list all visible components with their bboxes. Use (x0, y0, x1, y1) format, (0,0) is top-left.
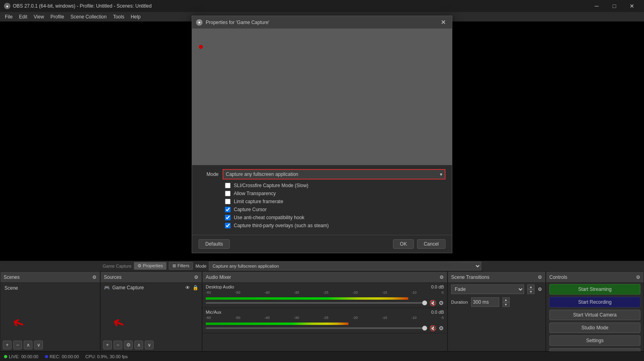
sources-up-button[interactable]: ∧ (134, 341, 143, 349)
sources-btn-row: + − ⚙ ∧ ∨ (101, 339, 202, 351)
transition-spin-up[interactable]: ▲ (527, 284, 535, 289)
desktop-audio-meter (206, 297, 444, 300)
scenes-settings-icon[interactable]: ⚙ (92, 274, 97, 280)
bottom-panels: Scenes ⚙ Scene ➜ + − ∧ (0, 271, 644, 351)
scenes-down-button[interactable]: ∨ (34, 341, 43, 349)
desktop-mute-icon[interactable]: 🔇 (429, 300, 436, 306)
sources-settings-icon[interactable]: ⚙ (194, 274, 198, 280)
start-recording-button[interactable]: Start Recording (549, 297, 640, 307)
dialog-close-button[interactable]: ✕ (438, 18, 448, 27)
defaults-button[interactable]: Defaults (198, 239, 230, 249)
sources-remove-button[interactable]: − (113, 341, 122, 349)
mic-aux-db: 0.0 dB (431, 310, 444, 315)
transitions-settings-icon[interactable]: ⚙ (538, 274, 542, 280)
mic-aux-fill (206, 323, 348, 325)
title-text: OBS 27.0.1 (64-bit, windows) - Profile: … (13, 3, 589, 9)
audio-settings-icon[interactable]: ⚙ (439, 274, 444, 280)
live-dot (4, 355, 7, 358)
scenes-btn-row: + − ∧ ∨ (0, 339, 100, 351)
eye-icon[interactable]: 👁 (185, 285, 190, 290)
audio-mixer-panel: Audio Mixer ⚙ Desktop Audio 0.0 dB -60-5… (202, 271, 448, 351)
duration-spin-down[interactable]: ▼ (502, 302, 510, 307)
sources-properties-button[interactable]: ⚙ (124, 341, 133, 349)
mode-select-toolbar[interactable]: Capture any fullscreen application (209, 262, 481, 270)
scenes-up-button[interactable]: ∧ (24, 341, 32, 349)
sources-title: Sources (104, 274, 122, 280)
transparency-label: Allow Transparency (234, 191, 276, 196)
properties-tab[interactable]: ⚙ Properties (134, 262, 166, 270)
scenes-remove-button[interactable]: − (13, 341, 22, 349)
capture-cursor-checkbox[interactable] (225, 207, 231, 212)
sources-panel-header: Sources ⚙ (101, 272, 202, 283)
menu-help[interactable]: Help (128, 13, 144, 21)
rec-time: 00:00:00 (62, 354, 79, 359)
controls-settings-icon[interactable]: ⚙ (636, 274, 640, 280)
app-icon: ● (4, 3, 10, 9)
desktop-audio-gear-icon[interactable]: ⚙ (439, 300, 444, 306)
desktop-audio-fill (206, 297, 408, 300)
mode-select[interactable]: Capture any fullscreen application (223, 169, 446, 179)
mic-aux-label: Mic/Aux (206, 310, 221, 315)
desktop-audio-db: 0.0 dB (431, 284, 444, 289)
live-label: LIVE: (9, 354, 20, 359)
ok-button[interactable]: OK (393, 239, 413, 249)
anticheat-checkbox-row: Use anti-cheat compatibility hook (198, 215, 446, 220)
limit-framerate-label: Limit capture framerate (234, 199, 283, 204)
transition-gear-icon[interactable]: ⚙ (538, 286, 542, 292)
sources-down-button[interactable]: ∨ (145, 341, 154, 349)
lock-icon[interactable]: 🔒 (192, 285, 198, 290)
close-button[interactable]: ✕ (624, 0, 640, 12)
transparency-checkbox-row: Allow Transparency (198, 191, 446, 196)
filters-tab[interactable]: ⊞ Filters (169, 262, 193, 270)
menu-tools[interactable]: Tools (110, 13, 128, 21)
scenes-add-button[interactable]: + (3, 341, 12, 349)
minimize-button[interactable]: ─ (589, 0, 605, 12)
maximize-button[interactable]: □ (606, 0, 622, 12)
transparency-checkbox[interactable] (225, 191, 231, 196)
rec-status: REC: 00:00:00 (45, 354, 79, 359)
sources-header-icons: ⚙ (194, 274, 198, 280)
desktop-audio-slider[interactable] (206, 302, 427, 304)
duration-input[interactable] (471, 297, 499, 307)
menu-view[interactable]: View (30, 13, 47, 21)
dialog-title: Properties for 'Game Capture' (206, 20, 438, 25)
sli-label: SLI/Crossfire Capture Mode (Slow) (234, 183, 308, 188)
sli-checkbox-row: SLI/Crossfire Capture Mode (Slow) (198, 183, 446, 188)
settings-button[interactable]: Settings (549, 335, 640, 346)
mic-mute-icon[interactable]: 🔇 (429, 325, 436, 331)
source-toolbar: Game Capture ⚙ Properties ⊞ Filters Mode… (100, 261, 484, 271)
scene-transitions-panel: Scene Transitions ⚙ Fade ▲ ▼ ⚙ (448, 271, 546, 351)
start-virtual-camera-button[interactable]: Start Virtual Camera (549, 310, 640, 320)
source-item-game-capture[interactable]: 🎮 Game Capture 👁 🔒 (101, 283, 202, 292)
thirdparty-checkbox-row: Capture third-party overlays (such as st… (198, 223, 446, 228)
scene-item[interactable]: Scene (0, 283, 100, 293)
menu-profile[interactable]: Profile (47, 13, 67, 21)
limit-framerate-checkbox[interactable] (225, 199, 231, 204)
desktop-audio-channel: Desktop Audio 0.0 dB -60-50-40-30-25-20-… (203, 283, 447, 308)
menu-edit[interactable]: Edit (16, 13, 30, 21)
audio-panel-header: Audio Mixer ⚙ (203, 272, 447, 283)
menu-file[interactable]: File (2, 13, 16, 21)
live-status: LIVE: 00:00:00 (4, 354, 38, 359)
menu-scene-collection[interactable]: Scene Collection (67, 13, 110, 21)
mode-form-row: Mode Capture any fullscreen application … (198, 169, 446, 179)
transitions-title: Scene Transitions (451, 274, 489, 280)
thirdparty-checkbox[interactable] (225, 223, 231, 228)
scenes-arrow-area: ➜ (0, 323, 100, 339)
sli-checkbox[interactable] (225, 183, 231, 188)
start-streaming-button[interactable]: Start Streaming (549, 284, 640, 294)
cancel-button[interactable]: Cancel (417, 239, 446, 249)
mic-aux-slider[interactable] (206, 327, 427, 329)
transition-spin-down[interactable]: ▼ (527, 289, 535, 294)
mic-aux-header: Mic/Aux 0.0 dB (206, 310, 444, 315)
duration-spin-up[interactable]: ▲ (502, 297, 510, 302)
ok-cancel-group: OK Cancel (393, 239, 446, 249)
sources-add-button[interactable]: + (103, 341, 112, 349)
studio-mode-button[interactable]: Studio Mode (549, 323, 640, 333)
live-time: 00:00:00 (21, 354, 38, 359)
mic-audio-gear-icon[interactable]: ⚙ (439, 325, 444, 331)
scenes-header-icons: ⚙ (92, 274, 97, 280)
transition-type-select[interactable]: Fade (451, 284, 524, 294)
anticheat-checkbox[interactable] (225, 215, 231, 220)
properties-dialog[interactable]: ● Properties for 'Game Capture' ✕ Mode C… (192, 16, 452, 253)
